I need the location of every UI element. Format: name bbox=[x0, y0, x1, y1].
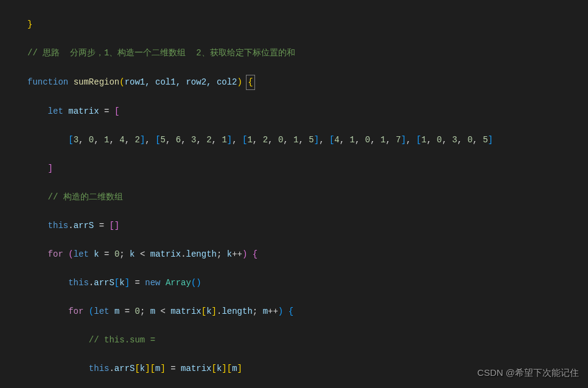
line-gutter bbox=[0, 0, 21, 388]
comment-line: // 构造的二维数组 bbox=[48, 192, 123, 202]
prop-arrS: arrS bbox=[74, 221, 94, 230]
keyword-function: function bbox=[27, 77, 68, 87]
watermark: CSDN @希望下次能记住 bbox=[477, 367, 579, 379]
keyword-let: let bbox=[48, 106, 63, 116]
keyword-this: this bbox=[48, 221, 69, 230]
comment-line: // this.sum = bbox=[89, 335, 161, 345]
comment-line: // 思路 分两步，1、构造一个二维数组 2、获取给定下标位置的和 bbox=[27, 48, 295, 58]
function-name: sumRegion bbox=[74, 77, 120, 87]
code-editor[interactable]: } // 思路 分两步，1、构造一个二维数组 2、获取给定下标位置的和 func… bbox=[0, 0, 588, 388]
code-area[interactable]: } // 思路 分两步，1、构造一个二维数组 2、获取给定下标位置的和 func… bbox=[21, 0, 588, 388]
var-matrix: matrix bbox=[68, 106, 99, 116]
keyword-for: for bbox=[48, 249, 63, 259]
class-Array: Array bbox=[166, 278, 191, 288]
params: row1, col1, row2, col2 bbox=[125, 77, 237, 87]
